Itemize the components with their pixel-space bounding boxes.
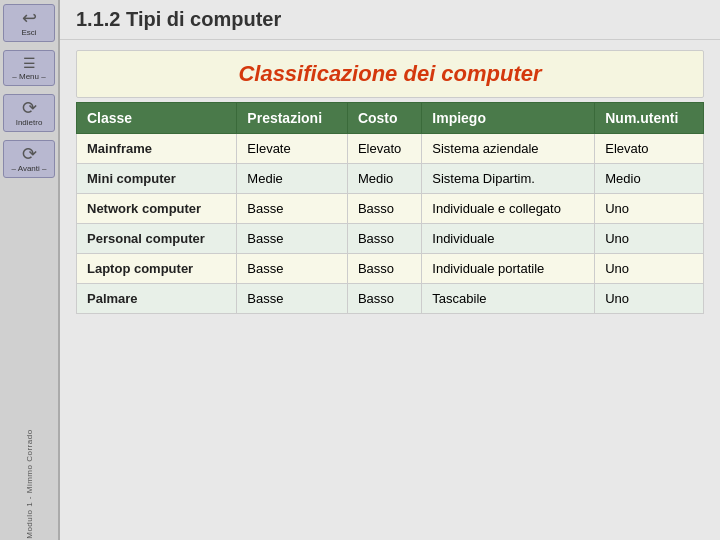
cell-impiego-1: Sistema Dipartim.: [422, 164, 595, 194]
cell-num_utenti-3: Uno: [595, 224, 704, 254]
col-header-classe: Classe: [77, 103, 237, 134]
sidebar: ↩ Esci ☰ – Menu – ⟳ Indietro ⟳ – Avanti …: [0, 0, 60, 540]
cell-prestazioni-2: Basse: [237, 194, 348, 224]
cell-costo-2: Basso: [347, 194, 421, 224]
cell-classe-5: Palmare: [77, 284, 237, 314]
content-area: Classificazione dei computer Classe Pres…: [60, 40, 720, 540]
col-header-impiego: Impiego: [422, 103, 595, 134]
indietro-button[interactable]: ⟳ Indietro: [3, 94, 55, 132]
main-content: 1.1.2 Tipi di computer Classificazione d…: [60, 0, 720, 540]
cell-num_utenti-2: Uno: [595, 194, 704, 224]
esci-label: Esci: [21, 28, 36, 37]
table-row: Personal computerBasseBassoIndividualeUn…: [77, 224, 704, 254]
cell-impiego-5: Tascabile: [422, 284, 595, 314]
menu-icon: ☰: [23, 55, 36, 71]
cell-impiego-4: Individuale portatile: [422, 254, 595, 284]
table-row: Laptop computerBasseBassoIndividuale por…: [77, 254, 704, 284]
cell-classe-1: Mini computer: [77, 164, 237, 194]
table-row: MainframeElevateElevatoSistema aziendale…: [77, 134, 704, 164]
cell-classe-0: Mainframe: [77, 134, 237, 164]
cell-costo-1: Medio: [347, 164, 421, 194]
cell-classe-3: Personal computer: [77, 224, 237, 254]
cell-num_utenti-5: Uno: [595, 284, 704, 314]
avanti-button[interactable]: ⟳ – Avanti –: [3, 140, 55, 178]
table-header-row: Classe Prestazioni Costo Impiego Num.ute…: [77, 103, 704, 134]
cell-num_utenti-1: Medio: [595, 164, 704, 194]
cell-impiego-3: Individuale: [422, 224, 595, 254]
avanti-icon: ⟳: [22, 145, 37, 163]
cell-num_utenti-0: Elevato: [595, 134, 704, 164]
cell-prestazioni-1: Medie: [237, 164, 348, 194]
col-header-prestazioni: Prestazioni: [237, 103, 348, 134]
sidebar-vertical-label: E.C.D.L. - Modulo 1 - Mimmo Corrado: [25, 429, 34, 540]
cell-classe-4: Laptop computer: [77, 254, 237, 284]
cell-costo-5: Basso: [347, 284, 421, 314]
page-header: 1.1.2 Tipi di computer: [60, 0, 720, 40]
table-row: Mini computerMedieMedioSistema Dipartim.…: [77, 164, 704, 194]
page-title: 1.1.2 Tipi di computer: [76, 8, 281, 31]
cell-costo-0: Elevato: [347, 134, 421, 164]
esci-button[interactable]: ↩ Esci: [3, 4, 55, 42]
col-header-num-utenti: Num.utenti: [595, 103, 704, 134]
back-arrow-icon: ↩: [22, 9, 37, 27]
cell-impiego-2: Individuale e collegato: [422, 194, 595, 224]
cell-costo-3: Basso: [347, 224, 421, 254]
cell-impiego-0: Sistema aziendale: [422, 134, 595, 164]
menu-button[interactable]: ☰ – Menu –: [3, 50, 55, 86]
col-header-costo: Costo: [347, 103, 421, 134]
cell-prestazioni-4: Basse: [237, 254, 348, 284]
cell-prestazioni-0: Elevate: [237, 134, 348, 164]
cell-classe-2: Network computer: [77, 194, 237, 224]
cell-prestazioni-3: Basse: [237, 224, 348, 254]
avanti-label: – Avanti –: [12, 164, 47, 173]
table-title: Classificazione dei computer: [76, 50, 704, 98]
table-row: Network computerBasseBassoIndividuale e …: [77, 194, 704, 224]
classification-table: Classe Prestazioni Costo Impiego Num.ute…: [76, 102, 704, 314]
indietro-icon: ⟳: [22, 99, 37, 117]
cell-num_utenti-4: Uno: [595, 254, 704, 284]
menu-label: – Menu –: [12, 72, 45, 81]
table-row: PalmareBasseBassoTascabileUno: [77, 284, 704, 314]
indietro-label: Indietro: [16, 118, 43, 127]
cell-costo-4: Basso: [347, 254, 421, 284]
cell-prestazioni-5: Basse: [237, 284, 348, 314]
